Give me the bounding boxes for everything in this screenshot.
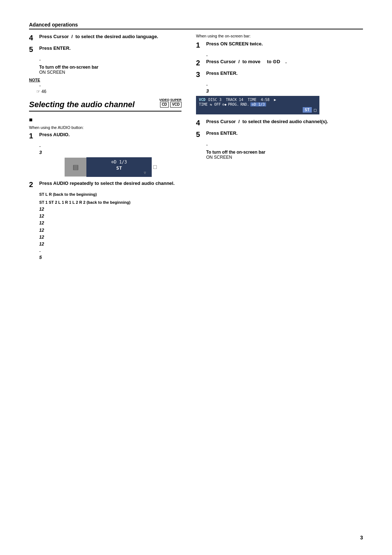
when-onscreen-label: When using the on-screen bar: — [196, 34, 363, 38]
step-4-right-text: Press Cursor / to select the desired aud… — [206, 119, 363, 124]
step-5-right-number: 5 — [196, 130, 206, 138]
step-5-left: 5 Press ENTER. — [29, 45, 181, 53]
page-number: 3 — [360, 535, 363, 540]
bullet-square: ■ — [29, 117, 181, 123]
step-1-audio: 1 Press AUDIO. — [29, 132, 181, 140]
step-4-left: 4 Press Cursor / to select the desired a… — [29, 34, 181, 42]
step-2-audio: 2 Press AUDIO repeatedly to select the d… — [29, 181, 181, 189]
step-2-right-number: 2 — [196, 59, 206, 67]
italic-num-2: 5 — [39, 255, 181, 260]
badge-vcd: VCD — [170, 102, 181, 108]
badge-cd: CD — [160, 102, 169, 108]
osd-row1: ⊙D 1/3 — [92, 159, 146, 165]
channel-numbers: 12 12 12 12 12 12 — [39, 206, 181, 248]
channel-row-1: ST L R (back to the beginning) — [39, 192, 181, 197]
when-audio-label: When using the AUDIO button: — [29, 125, 181, 130]
step-2-right-text: Press Cursor / to move to ⊙D . — [206, 59, 363, 64]
step-1-right-text: Press ON SCREEN twice. — [206, 41, 363, 46]
step-2-audio-number: 2 — [29, 181, 39, 189]
left-column: 4 Press Cursor / to select the desired a… — [29, 34, 181, 262]
osd-top-row: VCD DISC 3 TRACK 14 TIME 4:58 ▶ — [199, 98, 317, 102]
dash-1-right: - — [206, 53, 363, 58]
step-5-text: Press ENTER. — [39, 45, 181, 51]
step-5-right: 5 Press ENTER. — [196, 130, 363, 138]
step-4-right-number: 4 — [196, 119, 206, 127]
step-5-number: 5 — [29, 45, 39, 53]
italic-num-1: 3 — [39, 150, 181, 155]
section-title: Adanced operations — [29, 22, 363, 29]
italic-num-right: 3 — [206, 88, 363, 94]
step-4-text: Press Cursor / to select the desired aud… — [39, 34, 181, 39]
dash-2-left: - — [39, 83, 181, 88]
dash-3-right: - — [206, 142, 363, 147]
step-2-right: 2 Press Cursor / to move to ⊙D . — [196, 59, 363, 67]
step-1-right-number: 1 — [196, 41, 206, 49]
osd-mid-row: TIME ⇆ OFF ⊙◆ PROG. RND. ⊙D 1/3 — [199, 102, 317, 106]
step-3-right-text: Press ENTER. — [206, 70, 363, 76]
osd-bottom-row: ST □ — [199, 107, 317, 113]
step-4-right: 4 Press Cursor / to select the desired a… — [196, 119, 363, 127]
osd-display-right: VCD DISC 3 TRACK 14 TIME 4:58 ▶ TIME ⇆ O… — [196, 96, 319, 114]
step-5-right-text: Press ENTER. — [206, 130, 363, 136]
badge-super-label: SUPER — [170, 98, 181, 102]
osd-main: ⊙D 1/3 ST ▽ — [86, 157, 152, 177]
step-2-audio-text: Press AUDIO repeatedly to select the des… — [39, 181, 181, 186]
osd-row2: ST — [92, 165, 146, 171]
badge-video-label: VIDEO — [159, 98, 170, 102]
channel-row-2: ST 1 ST 2 L 1 R 1 L 2 R 2 (back to the b… — [39, 200, 181, 204]
badge-super-group: SUPER VCD — [170, 98, 181, 108]
step-1-right: 1 Press ON SCREEN twice. — [196, 41, 363, 49]
step-3-right-number: 3 — [196, 70, 206, 78]
turn-off-right: To turn off the on-screen bar ON SCREEN — [206, 150, 363, 160]
right-column: When using the on-screen bar: 1 Press ON… — [196, 34, 363, 262]
step-4-number: 4 — [29, 34, 39, 42]
step-1-audio-text: Press AUDIO. — [39, 132, 181, 137]
dash-2-right: - — [206, 82, 363, 88]
turn-off-label-left: To turn off the on-screen bar ON SCREEN — [39, 65, 181, 75]
step-1-audio-number: 1 — [29, 132, 39, 140]
page-ref-left: ☞ 46 — [36, 89, 181, 94]
badge-video-group: VIDEO CD — [159, 98, 170, 108]
dash-3-left: - — [39, 143, 181, 149]
small-osd-display: ▤ ⊙D 1/3 ST ▽ □ — [40, 157, 181, 177]
step-3-right: 3 Press ENTER. — [196, 70, 363, 78]
big-heading: Selecting the audio channel — [29, 100, 181, 112]
dash-1-left: - — [39, 57, 181, 62]
badge-row: VIDEO CD SUPER VCD — [159, 98, 181, 108]
note-label-left: NOTE — [29, 78, 181, 82]
dash-4-left: - — [39, 248, 181, 254]
